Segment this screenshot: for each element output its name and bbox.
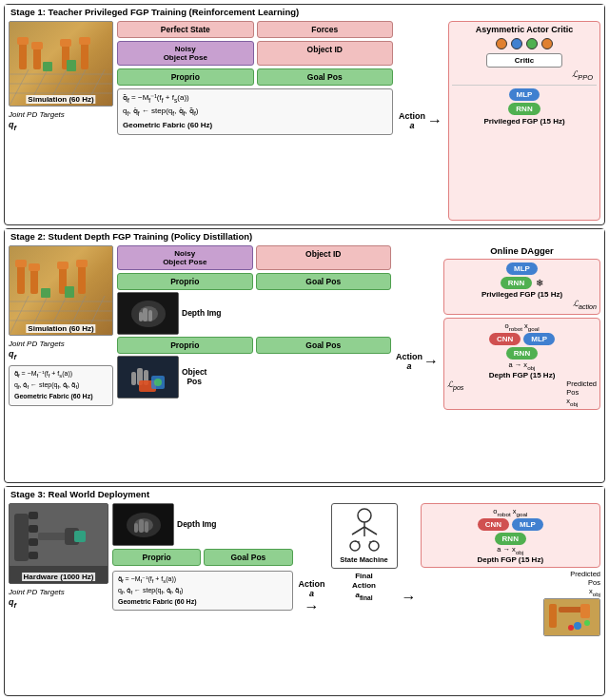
svg-point-48 [154, 379, 162, 386]
input-goal-pos-depth: Goal Pos [256, 337, 392, 354]
input-proprio-1: Proprio [117, 68, 254, 86]
stage3-joint-labels: Joint PD Targets qf [9, 588, 108, 610]
stage1-middle: Perfect State Forces NoisyObject Pose Ob… [117, 21, 393, 221]
stage2-eq1: q̈f = −Mf⁻¹(ff + fs(a)) [14, 369, 108, 380]
stage3-nn-top-row: CNN MLP [424, 518, 598, 531]
stage1-panel-title: Asymmetric Actor Critic [476, 25, 574, 34]
stage3-cnn: CNN [478, 518, 509, 531]
svg-rect-75 [549, 604, 557, 628]
stage3-nn-rnn-row: RNN [424, 533, 598, 545]
svg-rect-13 [60, 39, 71, 47]
input-proprio-depth: Proprio [117, 337, 253, 354]
svg-rect-63 [139, 519, 144, 533]
input-noisy-pose: NoisyObject Pose [117, 41, 254, 66]
stage2-freeze-icon: ❄ [536, 278, 543, 288]
svg-rect-41 [139, 312, 143, 321]
stage2-dagger-title: Online DAgger [443, 245, 600, 256]
stage1-nn: MLP RNN [452, 88, 597, 115]
stage1-right: Asymmetric Actor Critic Critic ℒPPO MLP [448, 21, 600, 221]
stage1-input-grid: Perfect State Forces NoisyObject Pose Ob… [117, 21, 393, 86]
stage3-x-labels: orobot xgoal [424, 507, 598, 517]
stage1-joint-math: qf [9, 120, 113, 132]
stage2-eq-label: Geometric Fabric (60 Hz) [14, 392, 108, 402]
stage2-arrow: Actiona → [395, 245, 440, 478]
svg-rect-31 [57, 262, 69, 269]
svg-rect-28 [30, 267, 38, 294]
input-perfect-state: Perfect State [117, 21, 254, 38]
stage2-equation-box: q̈f = −Mf⁻¹(ff + fs(a)) qf, q̇f ← step(q… [9, 365, 113, 406]
svg-rect-29 [29, 263, 40, 271]
stage1-loss: ℒPPO [572, 69, 593, 82]
stage3-hw-box: Hardware (1000 Hz) [9, 503, 108, 584]
stage1-joint-labels: Joint PD Targets qf [9, 110, 113, 132]
stage1-critic: Critic [486, 53, 562, 68]
input-proprio-2: Proprio [117, 273, 253, 290]
stage3-eq-label: Geometric Fabric (60 Hz) [118, 597, 287, 608]
svg-rect-26 [17, 263, 25, 294]
stage1-equation-box: q̈f = −Mf⁻¹(ff + fs(a)) qf, q̇f ← step(q… [117, 88, 393, 135]
stage3-left: Hardware (1000 Hz) Joint PD Targets qf [9, 503, 108, 691]
svg-rect-15 [79, 37, 90, 45]
stage2-loss-pos: ℒpos [447, 379, 463, 407]
input-object-id: Object ID [257, 41, 394, 66]
svg-rect-53 [29, 525, 38, 533]
svg-rect-52 [29, 512, 38, 519]
svg-rect-9 [17, 37, 29, 45]
stage2-depth-rnn: RNN [506, 347, 538, 360]
stage2-left: Simulation (60 Hz) Joint PD Targets qf q… [9, 245, 113, 478]
input-object-id-2: Object ID [256, 245, 392, 270]
state-machine-label: State Machine [340, 555, 387, 564]
stage2-x-labels: orobot xgoal [447, 321, 597, 332]
stage3-predicted: PredictedPosxobj [421, 570, 601, 597]
stage-2-title: Stage 2: Student Depth FGP Training (Pol… [5, 229, 604, 243]
stage2-depth-section: Depth Img [117, 292, 391, 335]
stage3-action-col: Actiona → [297, 503, 327, 691]
stage3-x-obj: a → xobj [424, 545, 598, 555]
stage2-cnn: CNN [489, 333, 521, 345]
state-machine-box: State Machine [331, 503, 398, 569]
stage1-sim-box: Simulation (60 Hz) [9, 21, 113, 107]
stage2-priv-nn-row: MLP [447, 262, 597, 275]
main-container: Stage 1: Teacher Privileged FGP Training… [0, 0, 609, 700]
stage2-joint-labels: Joint PD Targets qf [9, 340, 113, 361]
svg-point-78 [574, 622, 581, 630]
stage3-middle: Depth Img Proprio Goal Pos q̈f = −Mf⁻¹(f… [112, 503, 293, 691]
stage2-priv-mlp: MLP [506, 262, 538, 275]
stage2-right: Online DAgger MLP RNN ❄ Privileged FGP (… [443, 245, 600, 478]
stage3-depth-fgp-label: Depth FGP (15 Hz) [424, 555, 598, 564]
stage2-depth-mlp: MLP [523, 333, 555, 345]
stage-1: Stage 1: Teacher Privileged FGP Training… [4, 4, 605, 225]
stage-1-title: Stage 1: Teacher Privileged FGP Training… [5, 5, 604, 19]
input-proprio-3: Proprio [112, 549, 201, 566]
svg-rect-45 [131, 372, 136, 385]
svg-rect-65 [134, 523, 138, 533]
stage1-mlp: MLP [509, 88, 540, 101]
node-orange-2 [541, 38, 553, 49]
stage1-sim-label: Simulation (60 Hz) [26, 95, 95, 104]
svg-rect-8 [19, 41, 27, 69]
stage2-sim-label: Simulation (60 Hz) [26, 324, 95, 333]
stage3-depth-label: Depth Img [177, 519, 217, 529]
stage3-input-row: Proprio Goal Pos [112, 549, 293, 566]
stage3-depth-section: Depth Img [112, 503, 293, 546]
svg-rect-39 [143, 308, 147, 321]
stage1-left: Simulation (60 Hz) Joint PD Targets qf [9, 21, 113, 221]
stage3-eq2: qf, q̇f ← step(qf, q̇f, q̈f) [118, 586, 287, 597]
node-green-1 [526, 38, 538, 49]
stage2-object-section: ObjectPos [117, 356, 391, 399]
svg-rect-17 [67, 60, 76, 71]
svg-rect-77 [580, 604, 590, 618]
stage2-predicted: PredictedPosxobj [566, 379, 597, 407]
svg-point-80 [568, 625, 574, 631]
stage2-robot-image [10, 246, 112, 335]
stage2-sim-box: Simulation (60 Hz) [9, 245, 113, 336]
input-forces: Forces [257, 21, 394, 38]
stage2-depth-label: Depth Img [182, 308, 222, 318]
stage3-equation-box: q̈f = −Mf⁻¹(ff + fs(a)) qf, q̇f ← step(q… [112, 571, 293, 612]
stage3-joint-math: qf [9, 597, 108, 610]
stage2-depth-panel: orobot xgoal CNN MLP RNN a → xobj Depth … [443, 318, 600, 411]
stage3-mlp: MLP [512, 518, 543, 531]
svg-rect-11 [31, 42, 43, 49]
stage1-arrow: Actiona → [397, 21, 444, 221]
stage-3: Stage 3: Real World Deployment [4, 486, 605, 696]
